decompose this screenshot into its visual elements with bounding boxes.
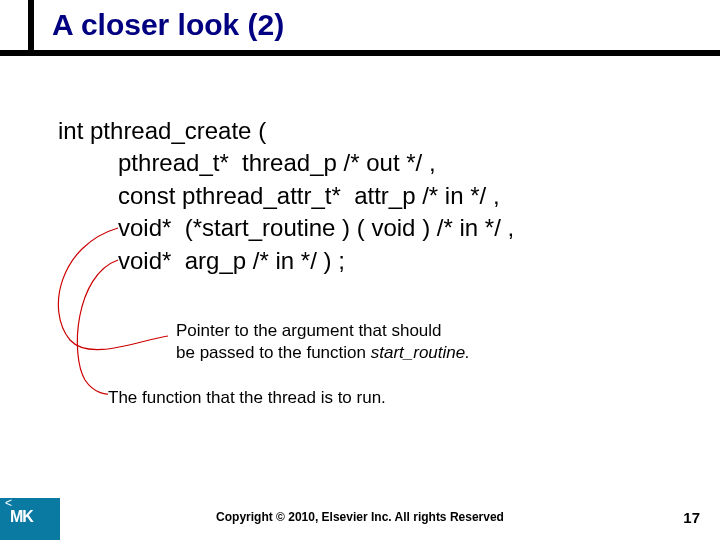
code-line-5: void* arg_p /* in */ ) ; — [58, 247, 345, 274]
copyright-text: Copyright © 2010, Elsevier Inc. All righ… — [0, 510, 720, 524]
annotation-argp-line1: Pointer to the argument that should — [176, 321, 442, 340]
annotation-argp: Pointer to the argument that should be p… — [176, 320, 470, 364]
code-line-1: int pthread_create ( — [58, 117, 266, 144]
page-number: 17 — [683, 509, 700, 526]
mk-logo-text: MK — [10, 508, 33, 526]
title-horizontal-rule — [0, 50, 720, 56]
annotation-argp-line2b: start_routine. — [371, 343, 470, 362]
annotation-startroutine: The function that the thread is to run. — [108, 388, 386, 408]
mk-logo: < MK — [0, 498, 60, 540]
code-line-2: pthread_t* thread_p /* out */ , — [58, 149, 436, 176]
slide-title: A closer look (2) — [52, 8, 284, 42]
code-line-4: void* (*start_routine ) ( void ) /* in *… — [58, 214, 514, 241]
title-vertical-rule — [28, 0, 34, 50]
annotation-argp-line2a: be passed to the function — [176, 343, 371, 362]
code-line-3: const pthread_attr_t* attr_p /* in */ , — [58, 182, 500, 209]
code-block: int pthread_create ( pthread_t* thread_p… — [58, 115, 514, 277]
